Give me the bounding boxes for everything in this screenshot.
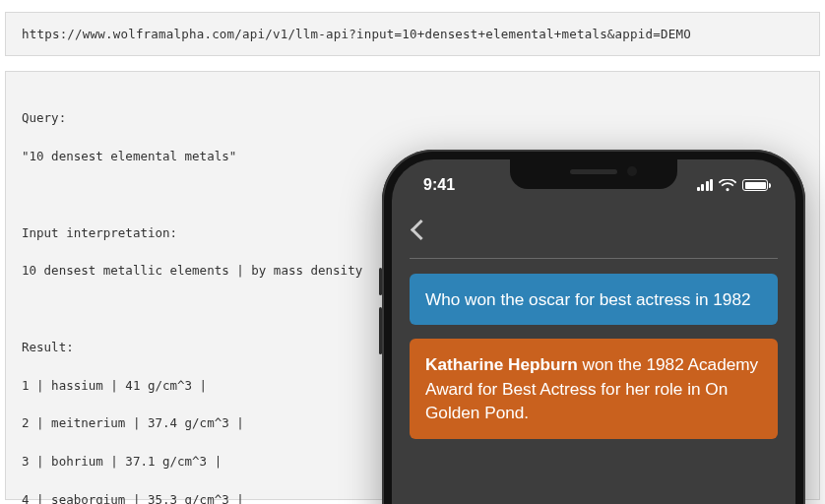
- chat-header: [392, 211, 795, 250]
- phone-notch: [510, 159, 677, 189]
- chat-body: Who won the oscar for best actress in 19…: [410, 274, 778, 453]
- divider: [410, 258, 778, 259]
- status-indicators: [697, 179, 773, 192]
- battery-icon: [742, 179, 768, 191]
- assistant-highlight: Katharine Hepburn: [425, 354, 578, 374]
- phone-side-button: [379, 268, 382, 295]
- cellular-signal-icon: [697, 179, 714, 191]
- phone-mockup: 9:41 Who won the oscar for best: [382, 150, 805, 504]
- user-message-bubble: Who won the oscar for best actress in 19…: [410, 274, 778, 325]
- assistant-message-bubble: Katharine Hepburn won the 1982 Academy A…: [410, 339, 778, 438]
- back-icon[interactable]: [410, 219, 423, 242]
- api-url-text: https://www.wolframalpha.com/api/v1/llm-…: [22, 27, 691, 41]
- api-url-box: https://www.wolframalpha.com/api/v1/llm-…: [5, 12, 820, 56]
- query-label: Query:: [22, 108, 803, 127]
- status-time: 9:41: [415, 176, 455, 194]
- phone-screen: 9:41 Who won the oscar for best: [392, 159, 795, 504]
- phone-side-button: [379, 307, 382, 354]
- phone-body: 9:41 Who won the oscar for best: [382, 150, 805, 504]
- wifi-icon: [719, 179, 736, 192]
- user-message-text: Who won the oscar for best actress in 19…: [425, 289, 751, 309]
